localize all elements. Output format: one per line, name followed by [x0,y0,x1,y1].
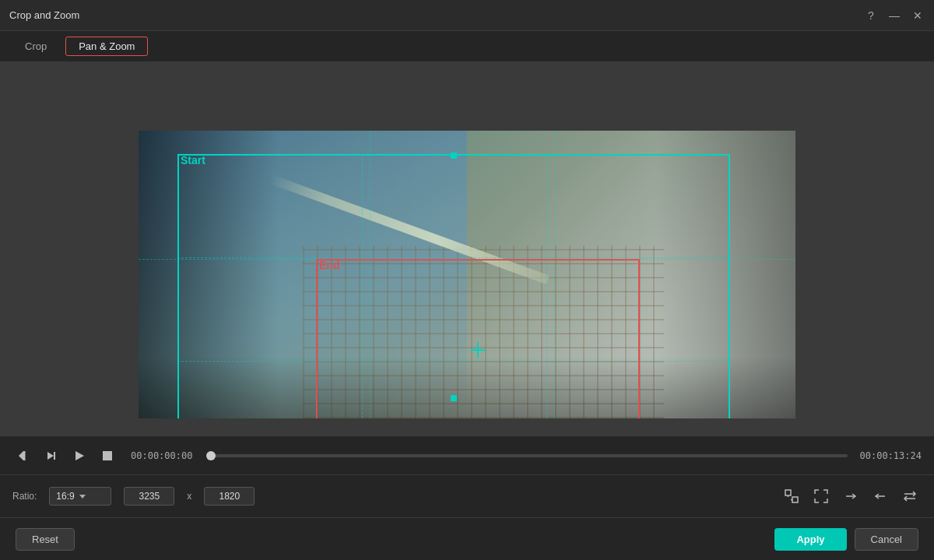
stop-icon [101,450,114,462]
ratio-select[interactable]: 16:9 [49,487,111,506]
settings-bar: Ratio: 16:9 x [0,474,934,517]
stop-button[interactable] [97,445,118,467]
svg-marker-0 [19,451,23,460]
step-forward-button[interactable] [40,445,62,467]
start-grid-h2 [177,257,730,258]
handle-dot-bottom[interactable] [451,395,457,401]
swap-button[interactable] [898,485,922,508]
action-bar: Reset Apply Cancel [0,517,934,560]
apply-button[interactable]: Apply [774,528,846,551]
time-end: 00:00:13:24 [860,450,922,461]
controls-bar: 00:00:00:00 00:00:13:24 [0,436,934,474]
crosshair-vertical [477,342,479,358]
play-button[interactable] [68,445,90,467]
svg-rect-1 [23,451,26,460]
video-frame: Start End [139,131,795,418]
gray-right [795,131,934,418]
dimension-separator: x [187,491,191,502]
svg-marker-6 [79,495,86,499]
align-left-button[interactable] [869,485,892,508]
minimize-icon: — [889,9,900,22]
progress-handle[interactable] [206,451,216,460]
fullscreen-button[interactable] [809,485,833,508]
tab-bar: Crop Pan & Zoom [0,31,934,62]
ratio-label: Ratio: [12,491,37,502]
svg-marker-4 [75,451,84,460]
guide-vertical-2 [554,131,555,418]
align-right-icon [843,488,859,504]
preview-area: Start End [0,62,934,436]
window-title: Crop and Zoom [9,9,79,21]
fit-aspect-button[interactable] [780,485,803,508]
start-handle-top [177,152,730,159]
icon-group-right [780,485,922,508]
time-current: 00:00:00:00 [131,450,192,461]
guide-vertical-1 [370,131,370,418]
align-right-button[interactable] [839,485,862,508]
fit-aspect-icon [784,488,799,504]
width-input[interactable] [124,487,174,506]
title-bar: Crop and Zoom ? — ✕ [0,0,934,31]
svg-marker-2 [47,452,54,460]
tab-crop[interactable]: Crop [12,37,59,55]
handle-dot-top[interactable] [451,152,457,159]
align-left-icon [873,488,888,504]
svg-rect-8 [792,497,798,502]
step-forward-icon [45,450,58,462]
cancel-button[interactable]: Cancel [855,528,918,551]
help-button[interactable]: ? [864,9,878,23]
guide-horizontal [139,259,795,260]
start-grid-v2 [546,154,547,418]
main-area: Start End [0,62,934,560]
svg-marker-3 [54,452,55,460]
skip-back-button[interactable] [12,445,34,467]
start-grid-h3 [177,361,730,362]
minimize-button[interactable]: — [887,9,901,23]
start-grid-v1 [362,154,363,418]
svg-rect-7 [785,490,791,495]
end-crosshair [470,342,486,358]
gray-left [0,131,139,418]
reset-button[interactable]: Reset [16,528,75,551]
fullscreen-icon [813,488,829,504]
ratio-value: 16:9 [56,491,74,502]
svg-rect-5 [103,451,112,460]
vignette-bottom [139,356,795,418]
height-input[interactable] [204,487,255,506]
progress-bar[interactable] [211,454,847,457]
close-button[interactable]: ✕ [911,9,925,23]
help-icon: ? [868,9,874,22]
tab-pan-zoom[interactable]: Pan & Zoom [65,37,148,56]
close-icon: ✕ [913,9,922,22]
gray-top [0,62,934,131]
chevron-down-icon [78,492,87,501]
swap-icon [902,488,918,504]
start-handle-bottom [177,395,730,401]
play-icon [73,450,86,462]
gray-bottom [0,418,934,436]
action-right: Apply Cancel [774,528,918,551]
skip-back-icon [17,450,30,462]
